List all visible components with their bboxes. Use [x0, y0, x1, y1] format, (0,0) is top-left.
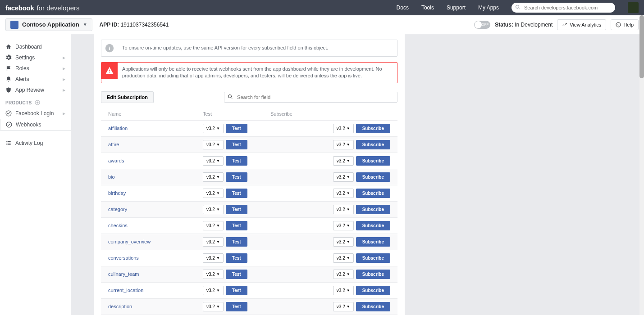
subscribe-version-dropdown[interactable]: v3.2 ▼: [333, 140, 354, 149]
subscribe-version-dropdown[interactable]: v3.2 ▼: [333, 156, 354, 166]
subscribe-version-dropdown[interactable]: v3.2 ▼: [333, 286, 354, 295]
app-id: APP ID: 1911037342356541: [100, 22, 169, 28]
nav-support[interactable]: Support: [447, 4, 466, 11]
test-version-dropdown[interactable]: v3.2 ▼: [203, 140, 224, 149]
global-search-input[interactable]: [512, 3, 615, 13]
test-button[interactable]: Test: [226, 205, 247, 214]
test-version-dropdown[interactable]: v3.2 ▼: [203, 156, 224, 166]
subscribe-version-dropdown[interactable]: v3.2 ▼: [333, 189, 354, 198]
field-search-input[interactable]: [224, 92, 397, 103]
edit-subscription-button[interactable]: Edit Subscription: [101, 91, 154, 103]
field-name-link[interactable]: affiliation: [108, 126, 203, 131]
test-version-dropdown[interactable]: v3.2 ▼: [203, 286, 224, 295]
live-toggle[interactable]: OFF: [474, 21, 490, 29]
subscribe-version-dropdown[interactable]: v3.2 ▼: [333, 270, 354, 279]
table-row: affiliationv3.2 ▼Testv3.2 ▼Subscribe: [101, 120, 397, 136]
view-analytics-button[interactable]: View Analytics: [557, 19, 606, 30]
field-name-link[interactable]: checkins: [108, 223, 203, 228]
test-button[interactable]: Test: [226, 253, 247, 263]
test-version-dropdown[interactable]: v3.2 ▼: [203, 189, 224, 198]
caret-down-icon: ▼: [347, 288, 350, 292]
help-button[interactable]: Help: [611, 19, 639, 30]
field-name-link[interactable]: conversations: [108, 255, 203, 261]
app-selector[interactable]: Contoso Application ▼: [5, 18, 92, 31]
main-content: To ensure on-time updates, use the same …: [94, 34, 405, 315]
nav-myapps[interactable]: My Apps: [478, 4, 499, 11]
plus-icon[interactable]: [35, 100, 40, 105]
search-icon: [515, 4, 521, 11]
test-version-dropdown[interactable]: v3.2 ▼: [203, 205, 224, 214]
subscribe-button[interactable]: Subscribe: [356, 253, 390, 263]
subscribe-button[interactable]: Subscribe: [356, 302, 390, 311]
table-row: awardsv3.2 ▼Testv3.2 ▼Subscribe: [101, 153, 397, 169]
nav-docs[interactable]: Docs: [397, 4, 409, 11]
caret-down-icon: ▼: [347, 240, 350, 244]
products-header: PRODUCTS: [0, 97, 71, 108]
subscribe-version-dropdown[interactable]: v3.2 ▼: [333, 302, 354, 311]
subscribe-version-dropdown[interactable]: v3.2 ▼: [333, 221, 354, 230]
subscribe-button[interactable]: Subscribe: [356, 237, 390, 247]
test-button[interactable]: Test: [226, 270, 247, 279]
top-nav: facebook for developers Docs Tools Suppo…: [0, 0, 644, 15]
subscribe-version-dropdown[interactable]: v3.2 ▼: [333, 205, 354, 214]
test-button[interactable]: Test: [226, 189, 247, 198]
subscribe-button[interactable]: Subscribe: [356, 189, 390, 198]
subscribe-version-dropdown[interactable]: v3.2 ▼: [333, 237, 354, 247]
sidebar-item-alerts[interactable]: Alerts ▶: [0, 74, 71, 85]
subscribe-button[interactable]: Subscribe: [356, 205, 390, 214]
subscribe-version-dropdown[interactable]: v3.2 ▼: [333, 253, 354, 263]
caret-down-icon: ▼: [216, 256, 220, 260]
sidebar-item-app-review[interactable]: App Review ▶: [0, 85, 71, 95]
field-name-link[interactable]: bio: [108, 174, 203, 180]
sidebar-item-dashboard[interactable]: Dashboard: [0, 41, 71, 52]
test-version-dropdown[interactable]: v3.2 ▼: [203, 302, 224, 311]
subscribe-button[interactable]: Subscribe: [356, 221, 390, 230]
test-version-dropdown[interactable]: v3.2 ▼: [203, 237, 224, 247]
subscribe-button[interactable]: Subscribe: [356, 140, 390, 149]
test-version-dropdown[interactable]: v3.2 ▼: [203, 253, 224, 263]
test-version-dropdown[interactable]: v3.2 ▼: [203, 124, 224, 133]
avatar[interactable]: [628, 2, 639, 13]
field-name-link[interactable]: description: [108, 304, 203, 309]
help-icon: [616, 22, 621, 27]
sidebar-item-activity-log[interactable]: Activity Log: [0, 138, 71, 148]
caret-down-icon: ▼: [347, 272, 350, 276]
test-version-dropdown[interactable]: v3.2 ▼: [203, 221, 224, 230]
sidebar-item-roles[interactable]: Roles ▶: [0, 63, 71, 74]
brand[interactable]: facebook for developers: [5, 4, 80, 12]
nav-tools[interactable]: Tools: [421, 4, 434, 11]
table-row: categoryv3.2 ▼Testv3.2 ▼Subscribe: [101, 201, 397, 217]
field-name-link[interactable]: awards: [108, 158, 203, 163]
subscribe-button[interactable]: Subscribe: [356, 156, 390, 166]
test-button[interactable]: Test: [226, 302, 247, 311]
test-button[interactable]: Test: [226, 140, 247, 149]
field-name-link[interactable]: birthday: [108, 190, 203, 196]
test-button[interactable]: Test: [226, 124, 247, 133]
caret-down-icon: ▼: [347, 256, 350, 260]
field-name-link[interactable]: attire: [108, 142, 203, 147]
field-name-link[interactable]: culinary_team: [108, 271, 203, 277]
test-button[interactable]: Test: [226, 237, 247, 247]
scrollbar[interactable]: [639, 15, 644, 315]
table-row: conversationsv3.2 ▼Testv3.2 ▼Subscribe: [101, 250, 397, 266]
test-button[interactable]: Test: [226, 172, 247, 182]
field-name-link[interactable]: company_overview: [108, 239, 203, 244]
brand-name: facebook: [5, 4, 34, 12]
subscribe-version-dropdown[interactable]: v3.2 ▼: [333, 172, 354, 182]
test-version-dropdown[interactable]: v3.2 ▼: [203, 172, 224, 182]
sidebar-item-webhooks[interactable]: Webhooks: [0, 119, 71, 130]
test-button[interactable]: Test: [226, 286, 247, 295]
subscribe-button[interactable]: Subscribe: [356, 172, 390, 182]
field-name-link[interactable]: category: [108, 207, 203, 212]
subscribe-button[interactable]: Subscribe: [356, 270, 390, 279]
field-name-link[interactable]: current_location: [108, 288, 203, 293]
caret-down-icon: ▼: [216, 224, 220, 228]
subscribe-version-dropdown[interactable]: v3.2 ▼: [333, 124, 354, 133]
test-button[interactable]: Test: [226, 221, 247, 230]
test-button[interactable]: Test: [226, 156, 247, 166]
test-version-dropdown[interactable]: v3.2 ▼: [203, 270, 224, 279]
subscribe-button[interactable]: Subscribe: [356, 286, 390, 295]
subscribe-button[interactable]: Subscribe: [356, 124, 390, 133]
sidebar-item-settings[interactable]: Settings ▶: [0, 52, 71, 63]
sidebar-item-facebook-login[interactable]: Facebook Login ▶: [0, 108, 71, 119]
